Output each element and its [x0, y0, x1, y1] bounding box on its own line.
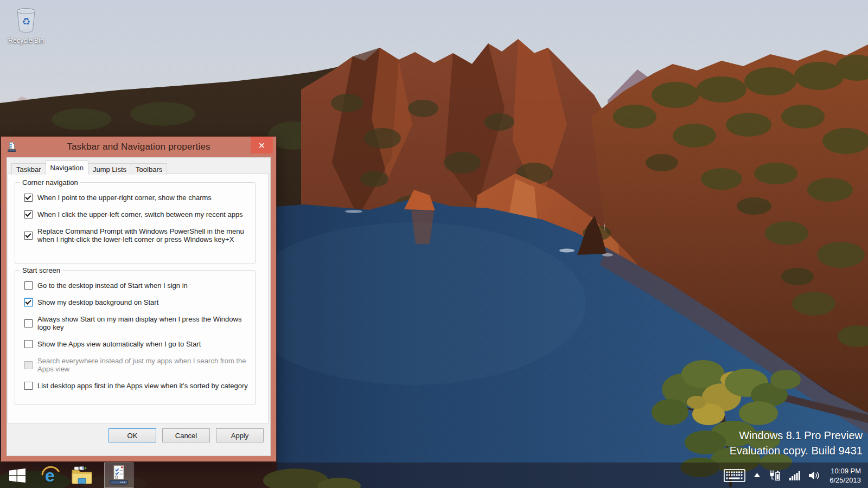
checkbox — [24, 361, 33, 369]
group-items: Go to the desktop instead of Start when … — [15, 271, 255, 390]
battery-plug-icon — [769, 470, 781, 481]
checkbox-label: Search everywhere instead of just my app… — [37, 357, 251, 373]
taskbar-properties-app-icon — [110, 465, 128, 485]
clock-time: 10:09 PM — [829, 466, 861, 476]
tab-navigation[interactable]: Navigation — [46, 160, 88, 175]
checkbox[interactable] — [24, 340, 33, 348]
tab-toolbars[interactable]: Toolbars — [131, 163, 167, 175]
close-icon: × — [258, 139, 265, 151]
tab-jump-lists[interactable]: Jump Lists — [88, 163, 131, 175]
group-start-screen: Start screen Go to the desktop instead o… — [15, 270, 256, 405]
taskbar: e — [0, 463, 868, 488]
taskbar-clock[interactable]: 10:09 PM 6/25/2013 — [829, 466, 861, 485]
internet-explorer-icon: e — [41, 466, 60, 485]
close-button[interactable]: × — [251, 137, 273, 153]
checkbox-label[interactable]: Show my desktop background on Start — [37, 298, 158, 306]
system-tray: 10:09 PM 6/25/2013 — [724, 463, 868, 488]
checkbox-row: When I point to the upper-right corner, … — [24, 194, 251, 202]
volume-button[interactable] — [809, 471, 821, 480]
checkmark-icon — [25, 298, 31, 304]
watermark-line1: Windows 8.1 Pro Preview — [730, 428, 863, 443]
touch-keyboard-button[interactable] — [724, 469, 745, 482]
group-corner-navigation: Corner navigation When I point to the up… — [15, 182, 256, 264]
svg-text:♻: ♻ — [22, 16, 30, 27]
start-button[interactable] — [0, 463, 35, 488]
taskbar-properties-dialog: Taskbar and Navigation properties × Task… — [1, 137, 276, 461]
recycle-bin-icon: ♻ — [14, 4, 39, 34]
tab-strip: Taskbar Navigation Jump Lists Toolbars — [11, 160, 167, 175]
checkbox[interactable] — [24, 382, 33, 390]
internet-explorer-button[interactable]: e — [35, 463, 66, 488]
checkbox[interactable] — [24, 298, 33, 306]
checkbox[interactable] — [24, 210, 33, 219]
windows-watermark: Windows 8.1 Pro Preview Evaluation copy.… — [730, 428, 863, 458]
group-title: Start screen — [20, 266, 62, 274]
signal-bars-icon — [789, 471, 800, 480]
dialog-title: Taskbar and Navigation properties — [67, 142, 210, 152]
checkbox-row: When I click the upper-left corner, swit… — [24, 210, 251, 219]
checkbox-label[interactable]: When I point to the upper-right corner, … — [37, 194, 212, 202]
checkmark-icon — [25, 232, 31, 237]
speaker-icon — [809, 471, 821, 480]
checkbox-row: Show the Apps view automatically when I … — [24, 340, 251, 348]
watermark-line2: Evaluation copy. Build 9431 — [730, 443, 863, 458]
file-explorer-icon — [72, 466, 92, 484]
checkbox-row: Always show Start on my main display whe… — [24, 315, 251, 331]
dialog-titlebar[interactable]: Taskbar and Navigation properties × — [1, 137, 276, 157]
group-title: Corner navigation — [20, 178, 80, 187]
tab-taskbar[interactable]: Taskbar — [11, 163, 46, 175]
chevron-up-icon — [754, 473, 760, 478]
dialog-body: Taskbar Navigation Jump Lists Toolbars C… — [7, 157, 271, 456]
file-explorer-button[interactable] — [66, 463, 98, 488]
checkbox-row: Go to the desktop instead of Start when … — [24, 281, 251, 290]
ok-button[interactable]: OK — [108, 428, 156, 442]
desktop: ♻ Recycle Bin Windows 8.1 Pro Preview Ev… — [0, 0, 868, 488]
checkmark-icon — [25, 210, 31, 216]
checkbox-label[interactable]: Always show Start on my main display whe… — [37, 315, 251, 331]
dialog-buttons: OK Cancel Apply — [108, 428, 264, 442]
checkbox-label[interactable]: Show the Apps view automatically when I … — [37, 340, 201, 348]
checkbox-row: List desktop apps first in the Apps view… — [24, 382, 251, 390]
recycle-bin-label: Recycle Bin — [4, 37, 48, 44]
cancel-button[interactable]: Cancel — [162, 428, 210, 442]
checkbox-label[interactable]: Go to the desktop instead of Start when … — [37, 281, 188, 290]
checkbox-label[interactable]: List desktop apps first in the Apps view… — [37, 382, 248, 390]
checkbox-label[interactable]: Replace Command Prompt with Windows Powe… — [37, 227, 251, 243]
checkbox-row: Search everywhere instead of just my app… — [24, 357, 251, 373]
dialog-app-icon — [8, 142, 16, 152]
checkbox[interactable] — [24, 319, 33, 328]
windows-logo-icon — [9, 468, 25, 483]
show-hidden-icons-button[interactable] — [754, 473, 760, 478]
recycle-bin[interactable]: ♻ Recycle Bin — [4, 4, 48, 44]
apply-button[interactable]: Apply — [216, 428, 264, 442]
checkbox-label[interactable]: When I click the upper-left corner, swit… — [37, 210, 243, 219]
network-status-button[interactable] — [789, 471, 800, 480]
group-items: When I point to the upper-right corner, … — [15, 183, 255, 243]
checkbox-row: Show my desktop background on Start — [24, 298, 251, 306]
keyboard-icon — [724, 469, 745, 482]
checkbox[interactable] — [24, 281, 33, 290]
taskbar-properties-app-button[interactable] — [104, 463, 133, 488]
power-status-button[interactable] — [769, 470, 781, 481]
navigation-tab-page: Corner navigation When I point to the up… — [8, 174, 269, 423]
checkbox[interactable] — [24, 232, 33, 240]
checkbox-row: Replace Command Prompt with Windows Powe… — [24, 227, 251, 243]
checkmark-icon — [25, 194, 31, 200]
clock-date: 6/25/2013 — [829, 476, 861, 485]
checkbox[interactable] — [24, 194, 33, 202]
